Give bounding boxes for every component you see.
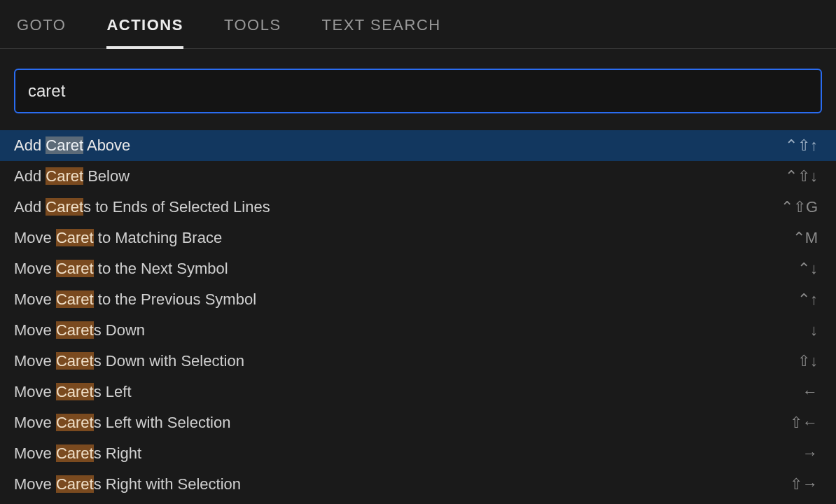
result-shortcut: ⇧↓: [762, 352, 818, 370]
result-row[interactable]: Move Carets Right→: [0, 438, 836, 469]
result-label: Add Carets to Ends of Selected Lines: [14, 198, 762, 216]
result-label: Move Carets Left with Selection: [14, 414, 762, 432]
match-highlight: Caret: [56, 383, 94, 400]
result-shortcut: →: [762, 444, 818, 463]
result-shortcut: ⌃M: [762, 229, 818, 247]
match-highlight: Caret: [56, 290, 94, 308]
match-highlight: Caret: [56, 475, 94, 493]
result-shortcut: ←: [762, 383, 818, 401]
result-label: Move Carets Left: [14, 383, 762, 401]
result-shortcut: ⌃⇧G: [762, 198, 818, 216]
search-input[interactable]: [14, 69, 822, 113]
result-shortcut: ⇧←: [762, 414, 818, 432]
match-highlight: Caret: [56, 260, 94, 277]
result-shortcut: ↓: [762, 321, 818, 340]
match-highlight: Caret: [46, 167, 83, 185]
result-label: Move Carets Right with Selection: [14, 475, 762, 493]
match-highlight: Caret: [56, 414, 94, 431]
result-shortcut: ⌃⇧↑: [762, 136, 818, 155]
match-highlight: Caret: [46, 198, 83, 216]
result-label: Move Caret to the Next Symbol: [14, 260, 762, 278]
tab-goto[interactable]: GOTO: [17, 1, 66, 48]
result-label: Move Carets Down with Selection: [14, 352, 762, 370]
result-shortcut: ⌃↓: [762, 260, 818, 278]
result-shortcut: ⇧→: [762, 475, 818, 493]
match-highlight: Caret: [56, 321, 94, 339]
result-row[interactable]: Add Carets to Ends of Selected Lines⌃⇧G: [0, 192, 836, 223]
tab-tools[interactable]: TOOLS: [224, 1, 281, 48]
match-highlight: Caret: [56, 352, 94, 370]
result-shortcut: ⌃↑: [762, 290, 818, 309]
result-row[interactable]: Add Caret Below⌃⇧↓: [0, 161, 836, 192]
results-list: Add Caret Above⌃⇧↑Add Caret Below⌃⇧↓Add …: [0, 130, 836, 500]
result-row[interactable]: Add Caret Above⌃⇧↑: [0, 130, 836, 161]
result-row[interactable]: Move Carets Down with Selection⇧↓: [0, 346, 836, 377]
result-row[interactable]: Move Caret to the Next Symbol⌃↓: [0, 253, 836, 284]
result-row[interactable]: Move Caret to Matching Brace⌃M: [0, 223, 836, 253]
result-label: Add Caret Above: [14, 136, 762, 155]
result-row[interactable]: Move Carets Right with Selection⇧→: [0, 469, 836, 500]
result-label: Move Caret to the Previous Symbol: [14, 290, 762, 309]
result-row[interactable]: Move Carets Left←: [0, 377, 836, 407]
result-row[interactable]: Move Caret to the Previous Symbol⌃↑: [0, 284, 836, 315]
tab-text-search[interactable]: TEXT SEARCH: [322, 1, 441, 48]
result-row[interactable]: Move Carets Down↓: [0, 315, 836, 346]
tab-bar: GOTO ACTIONS TOOLS TEXT SEARCH: [0, 0, 836, 49]
match-highlight: Caret: [56, 229, 94, 246]
result-row[interactable]: Move Carets Left with Selection⇧←: [0, 407, 836, 438]
search-wrap: [0, 49, 836, 130]
tab-actions[interactable]: ACTIONS: [106, 1, 183, 48]
result-label: Add Caret Below: [14, 167, 762, 186]
result-label: Move Carets Down: [14, 321, 762, 340]
result-shortcut: ⌃⇧↓: [762, 167, 818, 186]
match-highlight: Caret: [46, 136, 83, 154]
result-label: Move Carets Right: [14, 444, 762, 463]
result-label: Move Caret to Matching Brace: [14, 229, 762, 247]
match-highlight: Caret: [56, 444, 94, 462]
